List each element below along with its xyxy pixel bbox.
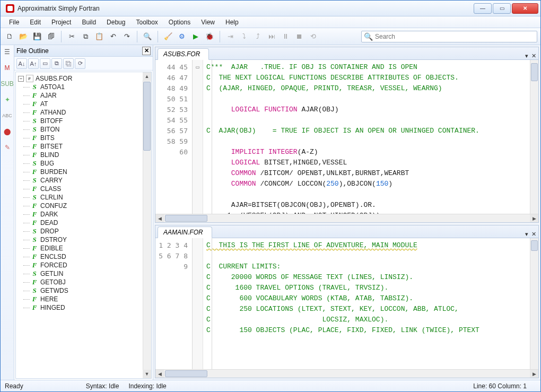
outline-item-class[interactable]: FCLASS xyxy=(31,185,150,193)
outline-close-button[interactable]: ✕ xyxy=(142,47,151,55)
open-file-button[interactable]: 📂 xyxy=(18,31,29,42)
tab-close-icon[interactable]: ✕ xyxy=(531,231,536,238)
collapse-button[interactable]: ▭ xyxy=(40,58,50,69)
outline-item-confuz[interactable]: FCONFUZ xyxy=(31,202,150,210)
menu-options[interactable]: Options xyxy=(163,18,196,27)
outline-item-edible[interactable]: FEDIBLE xyxy=(31,244,150,252)
continue-button[interactable]: ⏭ xyxy=(266,31,277,42)
search-input[interactable] xyxy=(375,33,535,40)
tree-root[interactable]: − F ASUBS.FOR xyxy=(17,74,150,83)
minimize-button[interactable]: — xyxy=(474,3,492,14)
menu-help[interactable]: Help xyxy=(220,18,244,27)
outline-item-at[interactable]: FAT xyxy=(31,100,150,108)
save-all-button[interactable]: 🗐 xyxy=(45,31,57,42)
outline-item-dstroy[interactable]: SDSTROY xyxy=(31,236,150,244)
project-view-icon[interactable]: ☰ xyxy=(3,47,12,57)
outline-item-getobj[interactable]: FGETOBJ xyxy=(31,278,150,286)
menu-toolbox[interactable]: Toolbox xyxy=(130,18,163,27)
scroll-right-icon[interactable]: ▶ xyxy=(530,370,538,378)
tree-scrollbar[interactable]: ▲ ▼ xyxy=(143,72,151,378)
restart-button[interactable]: ⟲ xyxy=(307,31,319,42)
expander-icon[interactable]: − xyxy=(18,76,24,82)
sort-za-button[interactable]: A↑ xyxy=(28,58,39,69)
tool-icon[interactable]: ✎ xyxy=(3,143,12,152)
outline-item-dead[interactable]: FDEAD xyxy=(31,219,150,227)
debug-button[interactable]: 🐞 xyxy=(204,31,215,42)
fold-column[interactable] xyxy=(193,238,203,369)
outline-item-clrlin[interactable]: SCLRLIN xyxy=(31,193,150,202)
scroll-left-icon[interactable]: ◀ xyxy=(155,214,164,223)
code-text[interactable]: C THIS IS THE FIRST LINE OF ADVENTURE, M… xyxy=(203,238,530,369)
copy-outline-button[interactable]: ⿻ xyxy=(63,58,74,69)
clean-button[interactable]: 🧹 xyxy=(162,31,174,42)
editor-vscroll[interactable] xyxy=(530,60,538,214)
code-area-top[interactable]: 44 45 46 47 48 49 50 51 52 53 54 55 56 5… xyxy=(155,60,538,214)
outline-item-here[interactable]: FHERE xyxy=(31,295,150,303)
outline-item-getlin[interactable]: SGETLIN xyxy=(31,269,150,278)
tab-close-icon[interactable]: ✕ xyxy=(531,53,536,59)
outline-item-bug[interactable]: SBUG xyxy=(31,159,150,168)
outline-item-bitoff[interactable]: SBITOFF xyxy=(31,117,150,125)
step-over-button[interactable]: ⇥ xyxy=(224,31,236,42)
outline-item-carry[interactable]: SCARRY xyxy=(31,176,150,185)
menu-edit[interactable]: Edit xyxy=(24,18,46,27)
outline-item-biton[interactable]: SBITON xyxy=(31,125,150,134)
outline-item-burden[interactable]: FBURDEN xyxy=(31,168,150,176)
fold-column[interactable]: ▭ xyxy=(193,60,203,214)
abc-icon[interactable]: ABC xyxy=(3,111,12,120)
outline-item-athand[interactable]: FATHAND xyxy=(31,108,150,117)
editor-vscroll[interactable] xyxy=(530,238,538,369)
tab-asubs[interactable]: ASUBS.FOR xyxy=(158,48,209,60)
step-out-button[interactable]: ⤴ xyxy=(252,31,264,42)
menu-project[interactable]: Project xyxy=(46,18,76,27)
breakpoint-icon[interactable]: ⬤ xyxy=(3,127,12,136)
close-button[interactable]: ✕ xyxy=(512,3,538,14)
sort-az-button[interactable]: A↓ xyxy=(16,58,27,69)
code-text[interactable]: C*** AJAR .TRUE. IF OBJ IS CONTAINER AND… xyxy=(203,60,530,214)
stop-button[interactable]: ⏹ xyxy=(293,31,305,42)
editor-hscroll[interactable]: ◀ ▶ xyxy=(155,214,538,222)
outline-item-getwds[interactable]: SGETWDS xyxy=(31,286,150,295)
expand-button[interactable]: ⧉ xyxy=(51,58,62,69)
menu-view[interactable]: View xyxy=(196,18,220,27)
undo-button[interactable]: ↶ xyxy=(107,31,119,42)
tab-aamain[interactable]: AAMAIN.FOR xyxy=(158,227,212,238)
outline-item-ajar[interactable]: FAJAR xyxy=(31,91,150,100)
outline-item-a5toa1[interactable]: SA5TOA1 xyxy=(31,83,150,91)
tab-menu-icon[interactable]: ▾ xyxy=(525,53,528,59)
menu-file[interactable]: File xyxy=(4,18,24,27)
puzzle-icon[interactable]: ✦ xyxy=(3,95,12,104)
hscroll-thumb[interactable] xyxy=(165,370,207,377)
redo-button[interactable]: ↷ xyxy=(121,31,133,42)
outline-item-bitset[interactable]: FBITSET xyxy=(31,142,150,151)
outline-item-enclsd[interactable]: FENCLSD xyxy=(31,252,150,261)
outline-item-drop[interactable]: SDROP xyxy=(31,227,150,236)
menu-build[interactable]: Build xyxy=(76,18,101,27)
menu-debug[interactable]: Debug xyxy=(101,18,130,27)
outline-item-forced[interactable]: FFORCED xyxy=(31,261,150,269)
module-icon[interactable]: SUB xyxy=(3,79,12,89)
outline-item-dark[interactable]: FDARK xyxy=(31,210,150,219)
scroll-right-icon[interactable]: ▶ xyxy=(530,214,538,223)
scroll-left-icon[interactable]: ◀ xyxy=(155,370,164,378)
search-box[interactable]: 🔍 xyxy=(361,31,537,42)
cut-button[interactable]: ✂ xyxy=(66,31,77,42)
code-area-bottom[interactable]: 1 2 3 4 5 6 7 8 9 C THIS IS THE FIRST LI… xyxy=(155,238,538,369)
scroll-thumb[interactable] xyxy=(143,82,151,151)
editor-hscroll[interactable]: ◀ ▶ xyxy=(155,369,538,378)
maximize-button[interactable]: ▭ xyxy=(493,3,511,14)
scroll-down-icon[interactable]: ▼ xyxy=(143,370,151,378)
step-into-button[interactable]: ⤵ xyxy=(238,31,250,42)
outline-tree[interactable]: − F ASUBS.FOR SA5TOA1FAJARFATFATHANDSBIT… xyxy=(15,72,152,379)
find-button[interactable]: 🔍 xyxy=(142,31,153,42)
file-outline-icon[interactable]: M xyxy=(3,63,12,73)
copy-button[interactable]: ⧉ xyxy=(80,31,91,42)
save-button[interactable]: 💾 xyxy=(31,31,43,42)
hscroll-thumb[interactable] xyxy=(165,215,207,222)
pause-button[interactable]: ⏸ xyxy=(280,31,291,42)
settings-button[interactable]: ⚙ xyxy=(176,31,188,42)
run-button[interactable]: ▶ xyxy=(190,31,202,42)
outline-item-hinged[interactable]: FHINGED xyxy=(31,303,150,312)
paste-button[interactable]: 📋 xyxy=(93,31,105,42)
outline-item-bits[interactable]: FBITS xyxy=(31,134,150,142)
